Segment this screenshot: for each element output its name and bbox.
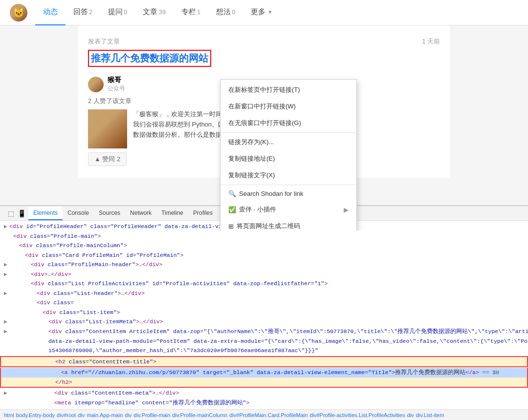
code-line: ▶ <meta itemprop="headline" content="推荐几… [0,398,528,408]
context-menu-item-shodan[interactable]: 🔍 Search Shodan for link [220,186,356,201]
breadcrumb-activities[interactable]: div#Profile-activities.List.ProfileActiv… [309,412,405,418]
code-line: ▶ 1543068769000,\"author_member_hash_id\… [0,346,528,356]
devtools-tab-profiles[interactable]: Profiles [188,207,218,220]
context-menu-item-copy-text[interactable]: 复制链接文字(X) [220,167,356,184]
context-menu-item-copy-link[interactable]: 复制链接地址(E) [220,150,356,167]
devtools-code-view: ▶ <div id="ProfileHeader" class="Profile… [0,221,528,409]
author-name: 猴哥 [108,76,125,84]
vote-button[interactable]: ▲ 赞同 2 [88,152,127,166]
code-arrow[interactable]: ▶ [4,327,7,336]
author-avatar [88,77,104,92]
vote-label: ▲ 赞同 2 [94,155,120,164]
breadcrumb-root[interactable]: div#root [57,412,76,418]
nav-tab-label: 提问 [108,7,123,17]
article-action-label: 发表了文章 [88,37,120,46]
author-info: 猴哥 公众号 [108,76,125,93]
breadcrumb-list-item[interactable]: div.List-item [416,412,444,418]
nav-tab-dongtai[interactable]: 动态 [35,0,66,25]
article-thumbnail [88,109,127,148]
code-line: ▶ <div class="Card ProfileMain" id="Prof… [0,251,528,260]
breadcrumb-div3[interactable]: div [407,412,414,418]
nav-tab-huida[interactable]: 回答 2 [66,0,100,25]
code-line: ▶ <div>…</div> [0,270,528,279]
nav-tab-badge: 0 [232,8,235,16]
qrcode-icon: ⊞ [228,223,234,230]
code-arrow[interactable]: ▶ [4,317,7,327]
cursor-tool-button[interactable]: ⬚ [6,209,16,218]
nav-tab-article[interactable]: 文章 39 [135,0,173,25]
author-type: 公众号 [108,84,125,93]
nav-tab-thought[interactable]: 想法 0 [208,0,243,25]
code-line: ▶ <div class="List-header">…</div> [0,289,528,298]
context-menu: 在新标签页中打开链接(T) 在新窗口中打开链接(W) 在无痕窗口中打开链接(G)… [220,79,357,231]
devtools-tab-elements[interactable]: Elements [28,207,63,220]
context-menu-item-incognito[interactable]: 在无痕窗口中打开链接(G) [220,115,356,131]
code-arrow[interactable]: ▶ [4,388,7,398]
code-arrow[interactable]: ▶ [4,222,7,231]
chevron-down-icon: ▾ [268,8,272,16]
code-arrow[interactable]: ▶ [4,260,7,270]
breadcrumb-main[interactable]: main.App-main [87,412,123,418]
breadcrumb-profile-card[interactable]: div#ProfileMain.Card.ProfileMain [229,412,308,418]
top-navigation: 🐱 动态 回答 2 提问 0 文章 39 专栏 1 想法 0 更多 ▾ [0,0,528,25]
code-line: ▶ <div class="ProfileMain-header">…</div… [0,260,528,270]
devtools-tab-console[interactable]: Console [63,207,94,220]
nav-tab-label: 更多 [251,7,265,17]
nav-tab-label: 想法 [216,7,231,17]
breadcrumb-profile-main[interactable]: div.Profile-main [133,412,170,418]
code-line: ▶ <div class="ContentItem ArticleItem" d… [0,327,528,336]
nav-tab-label: 动态 [43,7,58,17]
code-line: ▶ <div class= [0,298,528,308]
devtools-tab-network[interactable]: Network [125,207,156,220]
selected-code-line-h2-close: ▶ </h2> [0,378,528,388]
context-menu-item-save-link[interactable]: 链接另存为(K)... [220,134,356,150]
devtools-panel: ⬚ 📱 Elements Console Sources Network Tim… [0,205,528,420]
context-menu-item-new-window[interactable]: 在新窗口中打开链接(W) [220,98,356,115]
nav-tab-badge: 1 [197,8,200,16]
user-avatar[interactable]: 🐱 [10,4,27,21]
article-title-container: 推荐几个免费数据源的网站 [88,50,440,72]
nav-tab-label: 专栏 [181,7,196,17]
nav-tab-label: 回答 [73,7,88,17]
nav-tab-twen[interactable]: 提问 0 [100,0,135,25]
submenu-arrow-icon: ▶ [344,206,349,213]
nav-tab-label: 文章 [143,7,157,17]
article-time-ago: 1 天前 [422,37,440,46]
selected-code-line-h2-open: ▶ <h2 class="ContentItem-title"> [0,356,528,368]
device-mode-button[interactable]: 📱 [17,209,26,218]
nav-tabs-container: 动态 回答 2 提问 0 文章 39 专栏 1 想法 0 更多 ▾ [35,0,280,25]
code-line: ▶ <div class="Profile-mainColumn"> [0,241,528,251]
avatar-image: 🐱 [10,4,27,21]
code-line: ▶ <div class="List ProfileActivities" id… [0,279,528,289]
breadcrumb-html[interactable]: html [4,412,14,418]
code-line: ▶ <div class="Profile-main"> [0,231,528,241]
devtools-toolbar-icons: ⬚ 📱 [4,207,28,220]
article-meta-top: 发表了文章 1 天前 [88,37,440,46]
selected-code-line-anchor: ▶ <a href="//zhuanlan.zhihu.com/p/507738… [0,368,528,378]
page-content-area: 发表了文章 1 天前 推荐几个免费数据源的网站 猴哥 公众号 2 人赞了该文章 … [0,25,528,231]
shodan-icon: 🔍 [228,190,236,197]
code-line: ▶ <div class="ContentItem-meta">…</div> [0,388,528,398]
breadcrumb-div1[interactable]: div [78,412,85,418]
code-line: ▶ <div class="List-itemMeta">…</div> [0,317,528,327]
context-menu-divider-2 [220,185,356,185]
breadcrumb-div2[interactable]: div [125,412,132,418]
nav-tab-column[interactable]: 专栏 1 [174,0,208,25]
code-line: ▶ data-za-detail-view-path-module="PostI… [0,336,528,346]
plugin-icon: ✅ [228,206,236,213]
context-menu-item-qrcode[interactable]: ⊞ 将页面网址生成二维码 [220,218,356,231]
code-arrow[interactable]: ▶ [4,270,7,279]
nav-tab-badge: 0 [124,8,127,16]
devtools-tab-timeline[interactable]: Timeline [156,207,188,220]
context-menu-item-new-tab[interactable]: 在新标签页中打开链接(T) [220,82,356,98]
code-line: ▶ <div class="List-item"> [0,308,528,317]
article-title-link[interactable]: 推荐几个免费数据源的网站 [88,50,211,67]
context-menu-item-plugin[interactable]: ✅ 壹伴 · 小插件 ▶ [220,201,356,218]
context-menu-divider-1 [220,132,356,133]
nav-tab-badge: 2 [89,8,92,16]
nav-tab-more[interactable]: 更多 ▾ [243,0,280,25]
devtools-tab-sources[interactable]: Sources [94,207,125,220]
code-arrow[interactable]: ▶ [4,289,7,298]
breadcrumb-profile-main-col[interactable]: div.Profile-mainColumn [172,412,227,418]
breadcrumb-body[interactable]: body.Entry-body [16,412,55,418]
